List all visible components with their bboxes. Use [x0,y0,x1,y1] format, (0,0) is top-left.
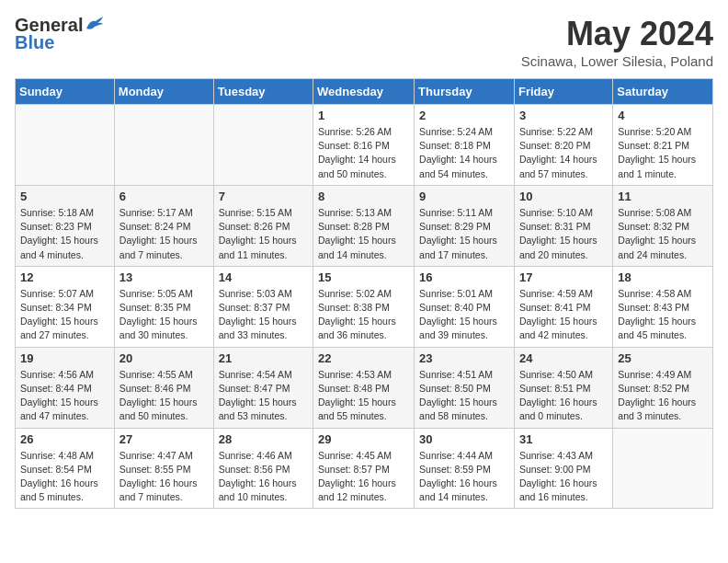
day-info-line: and 55 minutes. [318,410,387,421]
day-info-line: Sunrise: 4:46 AM [219,450,292,461]
day-info: Sunrise: 4:53 AMSunset: 8:48 PMDaylight:… [318,368,409,424]
day-info-line: and 50 minutes. [119,410,188,421]
day-info-line: Sunrise: 4:59 AM [519,288,593,299]
day-info-line: Sunset: 8:32 PM [618,221,689,232]
day-info-line: and 0 minutes. [519,410,583,421]
day-info-line: and 20 minutes. [519,249,588,260]
day-number: 5 [20,190,109,203]
calendar-cell [213,105,313,186]
day-number: 10 [519,190,608,203]
calendar-cell: 17Sunrise: 4:59 AMSunset: 8:41 PMDayligh… [514,266,612,347]
day-info-line: and 12 minutes. [318,491,387,502]
calendar-cell [16,105,115,186]
day-info-line: and 3 minutes. [618,410,681,421]
calendar-cell: 6Sunrise: 5:17 AMSunset: 8:24 PMDaylight… [114,185,213,266]
day-number: 28 [219,432,308,446]
day-number: 29 [318,432,409,446]
day-info-line: Sunrise: 5:01 AM [419,288,493,299]
day-info: Sunrise: 5:11 AMSunset: 8:29 PMDaylight:… [419,206,509,262]
day-info-line: Sunrise: 5:03 AM [219,288,292,299]
day-info-line: and 7 minutes. [119,249,183,260]
calendar-cell: 25Sunrise: 4:49 AMSunset: 8:52 PMDayligh… [613,347,713,428]
day-info: Sunrise: 5:26 AMSunset: 8:16 PMDaylight:… [318,125,409,181]
day-info-line: Sunset: 8:18 PM [419,140,491,151]
calendar-cell: 1Sunrise: 5:26 AMSunset: 8:16 PMDaylight… [313,105,415,186]
day-info-line: Daylight: 16 hours [519,396,597,408]
day-info-line: Daylight: 15 hours [618,316,696,327]
day-info-line: and 11 minutes. [219,249,288,260]
day-info-line: Sunset: 8:35 PM [119,302,191,313]
day-info-line: Sunset: 8:20 PM [519,140,591,151]
day-number: 18 [618,270,708,284]
day-info-line: Sunrise: 5:13 AM [318,207,392,218]
day-header-thursday: Thursday [415,79,515,105]
day-info: Sunrise: 5:18 AMSunset: 8:23 PMDaylight:… [20,206,109,262]
title-block: May 2024 Scinawa, Lower Silesia, Poland [521,15,713,69]
day-info: Sunrise: 5:07 AMSunset: 8:34 PMDaylight:… [20,287,109,343]
day-number: 21 [219,351,308,365]
day-info: Sunrise: 5:13 AMSunset: 8:28 PMDaylight:… [318,206,409,262]
day-header-friday: Friday [514,79,612,105]
day-info-line: Daylight: 16 hours [618,396,696,408]
calendar-cell: 24Sunrise: 4:50 AMSunset: 8:51 PMDayligh… [514,347,612,428]
day-info-line: Daylight: 15 hours [618,154,696,165]
day-number: 1 [318,109,409,122]
day-number: 30 [419,432,509,446]
day-info-line: Daylight: 15 hours [419,396,497,408]
calendar-cell: 13Sunrise: 5:05 AMSunset: 8:35 PMDayligh… [114,266,213,347]
day-info-line: Sunset: 8:46 PM [119,383,191,394]
day-info-line: Sunrise: 5:08 AM [618,207,691,218]
day-number: 23 [419,351,509,365]
day-info-line: Sunset: 8:59 PM [419,464,491,475]
day-info-line: Daylight: 14 hours [419,154,497,165]
day-info-line: and 16 minutes. [519,491,588,502]
day-info-line: and 54 minutes. [419,168,488,179]
calendar-cell: 14Sunrise: 5:03 AMSunset: 8:37 PMDayligh… [213,266,313,347]
day-info-line: Sunset: 8:37 PM [219,302,290,313]
day-info-line: and 45 minutes. [618,329,687,340]
day-info-line: Daylight: 15 hours [119,316,198,327]
calendar-cell: 23Sunrise: 4:51 AMSunset: 8:50 PMDayligh… [415,347,515,428]
day-info-line: Daylight: 14 hours [318,154,396,165]
day-info-line: Sunset: 8:29 PM [419,221,491,232]
day-header-wednesday: Wednesday [313,79,415,105]
day-info-line: Sunrise: 4:49 AM [618,369,691,380]
week-row-5: 26Sunrise: 4:48 AMSunset: 8:54 PMDayligh… [16,428,713,509]
logo-bird-icon [85,16,105,32]
day-number: 9 [419,190,509,203]
calendar-cell: 10Sunrise: 5:10 AMSunset: 8:31 PMDayligh… [514,185,612,266]
day-info-line: Daylight: 15 hours [20,235,98,246]
day-info-line: and 36 minutes. [318,329,387,340]
day-info-line: Daylight: 15 hours [20,396,98,408]
calendar-cell: 21Sunrise: 4:54 AMSunset: 8:47 PMDayligh… [213,347,313,428]
day-info-line: Sunrise: 4:44 AM [419,450,493,461]
day-info-line: Daylight: 15 hours [20,316,98,327]
day-info-line: Sunrise: 5:15 AM [219,207,292,218]
day-info-line: Sunset: 8:23 PM [20,221,92,232]
day-info-line: Sunset: 8:43 PM [618,302,689,313]
day-info: Sunrise: 4:49 AMSunset: 8:52 PMDaylight:… [618,368,708,424]
day-info-line: Sunset: 8:51 PM [519,383,591,394]
day-info-line: Sunset: 8:24 PM [119,221,191,232]
day-info-line: Sunrise: 4:47 AM [119,450,193,461]
day-info-line: Sunset: 8:48 PM [318,383,390,394]
day-info-line: Sunset: 8:41 PM [519,302,591,313]
day-info-line: Sunset: 8:47 PM [219,383,290,394]
day-info-line: Sunrise: 4:55 AM [119,369,193,380]
calendar-cell: 8Sunrise: 5:13 AMSunset: 8:28 PMDaylight… [313,185,415,266]
day-info-line: Sunrise: 5:02 AM [318,288,392,299]
day-number: 17 [519,270,608,284]
day-info: Sunrise: 5:02 AMSunset: 8:38 PMDaylight:… [318,287,409,343]
day-number: 7 [219,190,308,203]
day-info-line: and 58 minutes. [419,410,488,421]
week-row-4: 19Sunrise: 4:56 AMSunset: 8:44 PMDayligh… [16,347,713,428]
day-info-line: and 57 minutes. [519,168,588,179]
day-info: Sunrise: 5:08 AMSunset: 8:32 PMDaylight:… [618,206,708,262]
day-number: 26 [20,432,109,446]
day-number: 3 [519,109,608,122]
calendar-cell: 4Sunrise: 5:20 AMSunset: 8:21 PMDaylight… [613,105,713,186]
calendar-cell: 16Sunrise: 5:01 AMSunset: 8:40 PMDayligh… [415,266,515,347]
month-title: May 2024 [521,15,713,53]
calendar-cell: 22Sunrise: 4:53 AMSunset: 8:48 PMDayligh… [313,347,415,428]
day-info: Sunrise: 4:51 AMSunset: 8:50 PMDaylight:… [419,368,509,424]
